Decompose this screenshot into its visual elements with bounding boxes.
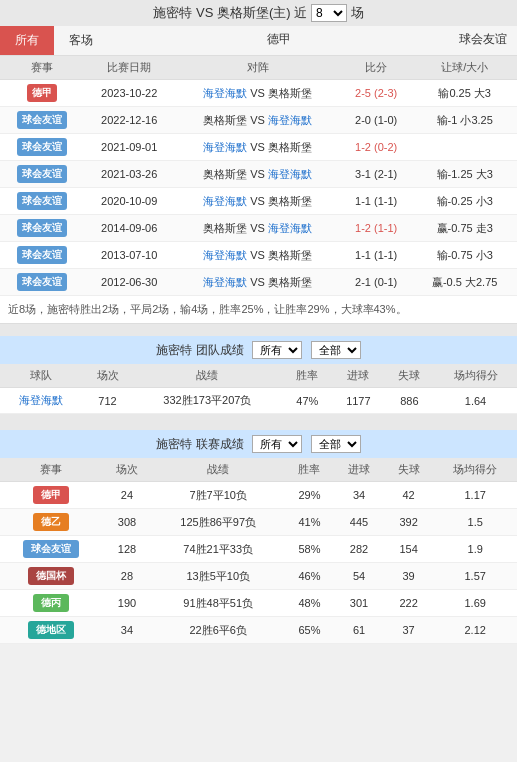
league-cell-scored: 282 bbox=[334, 536, 384, 563]
match-teams: 奥格斯堡 VS 海登海默 bbox=[175, 107, 340, 134]
lcol-league: 赛事 bbox=[0, 458, 102, 482]
match-teams: 奥格斯堡 VS 海登海默 bbox=[175, 161, 340, 188]
col-league: 赛事 bbox=[0, 56, 83, 80]
match-history-table: 赛事 比赛日期 对阵 比分 让球/大小 德甲2023-10-22海登海默 VS … bbox=[0, 56, 517, 296]
league-cell-games: 34 bbox=[102, 617, 152, 644]
league-cell-scored: 445 bbox=[334, 509, 384, 536]
match-handicap: 赢-0.5 大2.75 bbox=[412, 269, 517, 296]
league-perf-select1[interactable]: 所有 主场 客场 bbox=[252, 435, 302, 453]
team-perf-select2[interactable]: 全部 bbox=[311, 341, 361, 359]
league-name: 球会友谊 bbox=[0, 536, 102, 563]
match-league: 球会友谊 bbox=[0, 188, 83, 215]
col-date: 比赛日期 bbox=[83, 56, 175, 80]
perf-col-conceded: 失球 bbox=[385, 364, 434, 388]
match-date: 2014-09-06 bbox=[83, 215, 175, 242]
perf-col-avg: 场均得分 bbox=[434, 364, 517, 388]
league-cell-conceded: 37 bbox=[384, 617, 434, 644]
match-handicap: 输0.25 大3 bbox=[412, 80, 517, 107]
match-teams: 海登海默 VS 奥格斯堡 bbox=[175, 242, 340, 269]
league-cell-avgscore: 2.12 bbox=[433, 617, 517, 644]
tab-away[interactable]: 客场 bbox=[54, 26, 108, 55]
league-cell-record: 74胜21平33负 bbox=[152, 536, 285, 563]
league-cell-games: 190 bbox=[102, 590, 152, 617]
league-cell-record: 13胜5平10负 bbox=[152, 563, 285, 590]
league-cell-winrate: 41% bbox=[285, 509, 335, 536]
team1-name: 施密特 bbox=[153, 5, 192, 20]
league-cell-avgscore: 1.57 bbox=[433, 563, 517, 590]
league-cell-record: 22胜6平6负 bbox=[152, 617, 285, 644]
league-cell-scored: 34 bbox=[334, 482, 384, 509]
match-teams: 海登海默 VS 奥格斯堡 bbox=[175, 269, 340, 296]
perf-cell-record: 332胜173平207负 bbox=[132, 388, 283, 414]
perf-col-record: 战绩 bbox=[132, 364, 283, 388]
league-cell-record: 125胜86平97负 bbox=[152, 509, 285, 536]
match-score: 1-1 (1-1) bbox=[340, 188, 412, 215]
league-cell-record: 91胜48平51负 bbox=[152, 590, 285, 617]
match-teams: 海登海默 VS 奥格斯堡 bbox=[175, 134, 340, 161]
league-name: 德甲 bbox=[0, 482, 102, 509]
tab-right-label2[interactable]: 球会友谊 bbox=[449, 26, 517, 55]
match-league: 球会友谊 bbox=[0, 269, 83, 296]
match-date: 2023-10-22 bbox=[83, 80, 175, 107]
league-perf-title: 施密特 联赛成绩 bbox=[156, 437, 243, 451]
league-cell-avgscore: 1.5 bbox=[433, 509, 517, 536]
league-cell-conceded: 154 bbox=[384, 536, 434, 563]
match-handicap: 输-1.25 大3 bbox=[412, 161, 517, 188]
match-date: 2020-10-09 bbox=[83, 188, 175, 215]
team-perf-title: 施密特 团队成绩 bbox=[156, 343, 243, 357]
league-cell-avgscore: 1.69 bbox=[433, 590, 517, 617]
tab-all[interactable]: 所有 bbox=[0, 26, 54, 55]
perf-col-winrate: 胜率 bbox=[283, 364, 332, 388]
match-score: 2-1 (0-1) bbox=[340, 269, 412, 296]
league-row: 德丙19091胜48平51负48%3012221.69 bbox=[0, 590, 517, 617]
perf-col-scored: 进球 bbox=[332, 364, 385, 388]
col-score: 比分 bbox=[340, 56, 412, 80]
league-name: 德国杯 bbox=[0, 563, 102, 590]
team-perf-select1[interactable]: 所有 主场 客场 bbox=[252, 341, 302, 359]
lcol-conceded: 失球 bbox=[384, 458, 434, 482]
match-handicap: 输-1 小3.25 bbox=[412, 107, 517, 134]
match-handicap: 输-0.25 小3 bbox=[412, 188, 517, 215]
tab-right-label1[interactable]: 德甲 bbox=[257, 26, 301, 55]
match-teams: 海登海默 VS 奥格斯堡 bbox=[175, 80, 340, 107]
league-cell-winrate: 65% bbox=[285, 617, 335, 644]
league-cell-conceded: 42 bbox=[384, 482, 434, 509]
league-cell-scored: 61 bbox=[334, 617, 384, 644]
match-league: 球会友谊 bbox=[0, 242, 83, 269]
league-cell-scored: 301 bbox=[334, 590, 384, 617]
match-score: 1-2 (0-2) bbox=[340, 134, 412, 161]
perf-col-team: 球队 bbox=[0, 364, 83, 388]
tabs-bar: 所有 客场 德甲 球会友谊 bbox=[0, 26, 517, 56]
team2-name: 奥格斯堡(主) bbox=[217, 5, 291, 20]
match-date: 2022-12-16 bbox=[83, 107, 175, 134]
match-teams: 奥格斯堡 VS 海登海默 bbox=[175, 215, 340, 242]
match-row: 球会友谊2012-06-30海登海默 VS 奥格斯堡2-1 (0-1)赢-0.5… bbox=[0, 269, 517, 296]
league-cell-games: 128 bbox=[102, 536, 152, 563]
match-date: 2021-09-01 bbox=[83, 134, 175, 161]
count-select[interactable]: 8 5 10 bbox=[311, 4, 347, 22]
perf-cell-avgscore: 1.64 bbox=[434, 388, 517, 414]
col-handicap: 让球/大小 bbox=[412, 56, 517, 80]
league-cell-winrate: 58% bbox=[285, 536, 335, 563]
match-score: 1-1 (1-1) bbox=[340, 242, 412, 269]
near-label: 近 bbox=[294, 5, 307, 20]
lcol-winrate: 胜率 bbox=[285, 458, 335, 482]
perf-cell-scored: 1177 bbox=[332, 388, 385, 414]
match-score: 2-5 (2-3) bbox=[340, 80, 412, 107]
league-perf-select2[interactable]: 全部 bbox=[311, 435, 361, 453]
perf-cell-winrate: 47% bbox=[283, 388, 332, 414]
vs-header: 施密特 VS 奥格斯堡(主) 近 8 5 10 场 bbox=[0, 0, 517, 26]
league-cell-conceded: 39 bbox=[384, 563, 434, 590]
league-row: 球会友谊12874胜21平33负58%2821541.9 bbox=[0, 536, 517, 563]
match-score: 2-0 (1-0) bbox=[340, 107, 412, 134]
league-row: 德国杯2813胜5平10负46%54391.57 bbox=[0, 563, 517, 590]
team-perf-table: 球队 场次 战绩 胜率 进球 失球 场均得分 海登海默712332胜173平20… bbox=[0, 364, 517, 414]
league-cell-avgscore: 1.9 bbox=[433, 536, 517, 563]
match-row: 球会友谊2021-09-01海登海默 VS 奥格斯堡1-2 (0-2) bbox=[0, 134, 517, 161]
match-teams: 海登海默 VS 奥格斯堡 bbox=[175, 188, 340, 215]
league-row: 德甲247胜7平10负29%34421.17 bbox=[0, 482, 517, 509]
lcol-games: 场次 bbox=[102, 458, 152, 482]
match-handicap: 赢-0.75 走3 bbox=[412, 215, 517, 242]
vs-label: VS bbox=[196, 5, 213, 20]
league-cell-record: 7胜7平10负 bbox=[152, 482, 285, 509]
